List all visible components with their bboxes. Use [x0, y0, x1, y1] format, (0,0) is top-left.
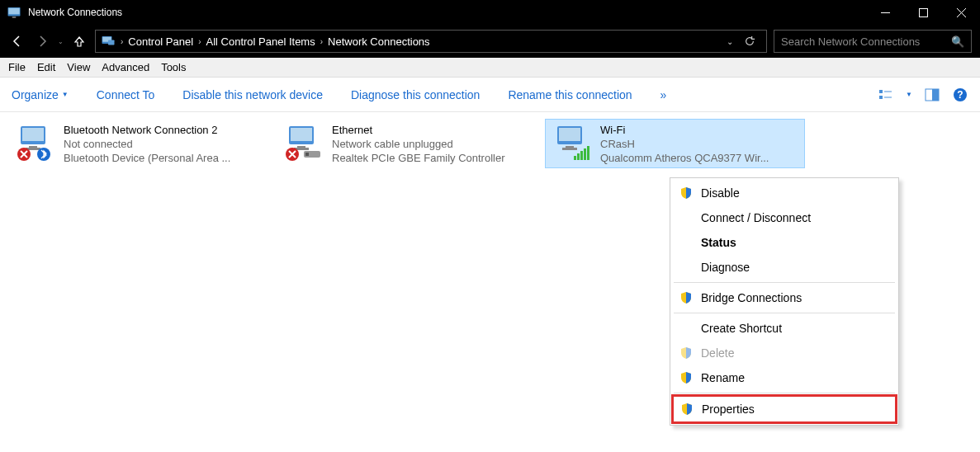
search-input[interactable]: [781, 35, 951, 48]
breadcrumb-item[interactable]: All Control Panel Items: [206, 35, 315, 48]
breadcrumb-bar[interactable]: › Control Panel › All Control Panel Item…: [95, 30, 767, 53]
svg-rect-2: [12, 16, 17, 18]
menu-tools[interactable]: Tools: [161, 61, 186, 73]
connection-name: Bluetooth Network Connection 2: [64, 123, 263, 137]
svg-rect-25: [291, 128, 312, 141]
help-button[interactable]: ?: [952, 87, 968, 103]
shield-icon: [679, 291, 693, 304]
shield-icon: [679, 346, 693, 360]
content-area: Bluetooth Network Connection 2 Not conne…: [0, 112, 980, 175]
connection-device: Bluetooth Device (Personal Area ...: [64, 151, 263, 164]
connection-wifi[interactable]: Wi-Fi CRasH Qualcomm Atheros QCA9377 Wir…: [545, 119, 805, 168]
view-dropdown[interactable]: ▼: [906, 91, 912, 98]
menu-advanced[interactable]: Advanced: [102, 61, 149, 73]
svg-rect-9: [108, 40, 115, 45]
ctx-delete: Delete: [673, 341, 896, 365]
ctx-properties[interactable]: Properties: [674, 397, 895, 421]
connection-status: CRasH: [600, 137, 799, 151]
ctx-status[interactable]: Status: [673, 230, 896, 255]
svg-rect-1: [8, 8, 20, 15]
toolbar: Organize▼ Connect To Disable this networ…: [0, 78, 980, 112]
shield-icon: [680, 403, 694, 416]
chevron-right-icon: ›: [198, 37, 201, 46]
back-button[interactable]: [8, 32, 26, 50]
svg-rect-26: [297, 146, 305, 148]
breadcrumb-dropdown[interactable]: ⌄: [727, 37, 733, 46]
svg-rect-20: [29, 146, 37, 148]
menu-view[interactable]: View: [67, 61, 90, 73]
shield-icon: [679, 186, 693, 200]
maximize-button[interactable]: [904, 0, 942, 25]
svg-text:?: ?: [957, 89, 963, 101]
connection-device: Qualcomm Atheros QCA9377 Wir...: [600, 151, 799, 164]
ctx-bridge[interactable]: Bridge Connections: [673, 285, 896, 310]
diagnose-button[interactable]: Diagnose this connection: [351, 88, 480, 101]
svg-rect-10: [879, 90, 883, 93]
svg-rect-11: [879, 96, 883, 99]
separator: [674, 282, 895, 283]
view-options-button[interactable]: [878, 87, 894, 103]
svg-rect-34: [562, 148, 577, 150]
svg-rect-36: [577, 153, 580, 160]
breadcrumb-item[interactable]: Control Panel: [128, 35, 193, 48]
ctx-diagnose[interactable]: Diagnose: [673, 255, 896, 280]
organize-button[interactable]: Organize▼: [12, 88, 69, 101]
preview-pane-button[interactable]: [924, 87, 940, 103]
connection-name: Wi-Fi: [600, 123, 799, 137]
breadcrumb-icon: [101, 34, 116, 49]
ctx-connect[interactable]: Connect / Disconnect: [673, 205, 896, 230]
up-button[interactable]: [70, 32, 88, 50]
separator: [674, 313, 895, 313]
svg-rect-39: [587, 146, 589, 160]
search-box[interactable]: 🔍: [774, 30, 972, 53]
menu-edit[interactable]: Edit: [37, 61, 55, 73]
context-menu: Disable Connect / Disconnect Status Diag…: [670, 177, 899, 426]
chevron-right-icon: ›: [121, 37, 123, 46]
wifi-connection-icon: [551, 123, 592, 162]
svg-rect-38: [584, 148, 586, 160]
connection-name: Ethernet: [332, 123, 531, 137]
breadcrumb-item[interactable]: Network Connections: [328, 35, 430, 48]
connection-ethernet[interactable]: Ethernet Network cable unplugged Realtek…: [277, 119, 537, 168]
separator: [674, 393, 895, 393]
minimize-button[interactable]: [866, 0, 904, 25]
search-icon[interactable]: 🔍: [951, 35, 964, 48]
address-bar: ⌄ › Control Panel › All Control Panel It…: [0, 25, 980, 58]
rename-button[interactable]: Rename this connection: [508, 88, 632, 101]
svg-rect-19: [22, 128, 44, 141]
svg-rect-32: [559, 128, 580, 141]
history-dropdown[interactable]: ⌄: [58, 38, 64, 45]
menu-file[interactable]: File: [8, 61, 26, 73]
titlebar: Network Connections: [0, 0, 980, 25]
forward-button[interactable]: [33, 32, 51, 50]
chevron-right-icon: ›: [320, 37, 323, 46]
svg-rect-4: [919, 8, 927, 16]
connection-device: Realtek PCIe GBE Family Controller: [332, 151, 531, 164]
svg-rect-30: [305, 153, 309, 156]
menu-bar: File Edit View Advanced Tools: [0, 58, 980, 78]
window-title: Network Connections: [28, 7, 866, 18]
shield-icon: [679, 371, 693, 384]
ctx-rename[interactable]: Rename: [673, 365, 896, 390]
connection-bluetooth[interactable]: Bluetooth Network Connection 2 Not conne…: [8, 119, 268, 168]
svg-rect-33: [566, 146, 574, 148]
svg-rect-15: [932, 89, 939, 101]
svg-rect-37: [580, 151, 583, 160]
window-icon: [7, 5, 21, 20]
connect-to-button[interactable]: Connect To: [97, 88, 155, 101]
ctx-disable[interactable]: Disable: [673, 181, 896, 205]
connection-status: Network cable unplugged: [332, 137, 531, 151]
refresh-button[interactable]: [738, 35, 761, 47]
connection-status: Not connected: [64, 137, 263, 151]
close-button[interactable]: [942, 0, 980, 25]
disable-device-button[interactable]: Disable this network device: [182, 88, 323, 101]
svg-rect-3: [881, 12, 890, 13]
ctx-shortcut[interactable]: Create Shortcut: [673, 316, 896, 341]
ethernet-connection-icon: [282, 123, 324, 162]
svg-rect-35: [574, 156, 576, 160]
overflow-button[interactable]: »: [660, 88, 667, 101]
bluetooth-connection-icon: [14, 123, 55, 162]
